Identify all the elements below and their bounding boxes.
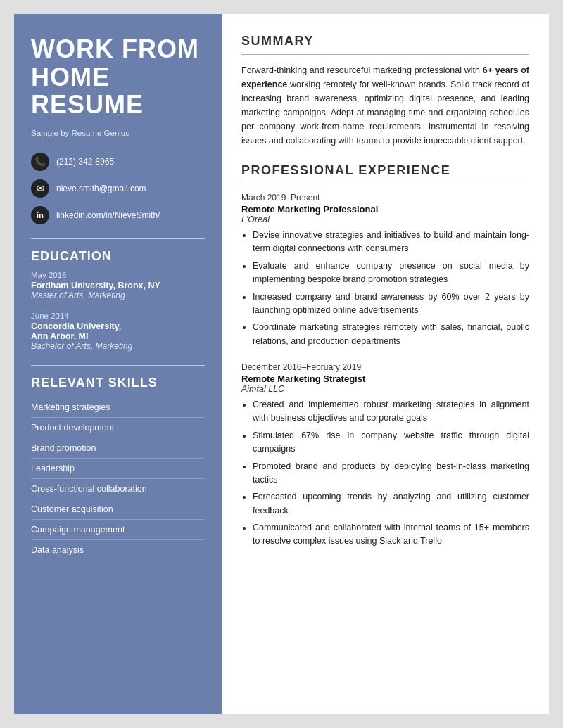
bullet-1-2: Evaluate and enhance company presence on… xyxy=(253,260,529,287)
resume-subtitle: Sample by Resume Genius xyxy=(31,129,205,137)
skills-divider xyxy=(31,365,205,366)
job-bullets-1: Devise innovative strategies and initiat… xyxy=(241,229,529,348)
phone-icon: 📞 xyxy=(31,153,49,171)
skill-1: Marketing strategies xyxy=(31,397,205,418)
skills-list: Marketing strategies Product development… xyxy=(31,397,205,560)
education-title: EDUCATION xyxy=(31,249,205,264)
bullet-1-3: Increased company and brand awareness by… xyxy=(253,290,529,318)
contact-email: ✉ nieve.smith@gmail.com xyxy=(31,179,205,198)
skill-3: Brand promotion xyxy=(31,438,205,459)
job-date-1: March 2019–Present xyxy=(241,193,529,203)
bullet-1-4: Coordinate marketing strategies remotely… xyxy=(253,321,529,348)
resume-title: WORK FROMHOMERESUME xyxy=(31,35,205,119)
bullet-2-1: Created and implemented robust marketing… xyxy=(253,398,529,426)
bullet-2-5: Communicated and collaborated with inter… xyxy=(253,521,529,549)
education-divider xyxy=(31,238,205,239)
experience-heading: PROFESSIONAL EXPERIENCE xyxy=(241,163,529,178)
resume-container: WORK FROMHOMERESUME Sample by Resume Gen… xyxy=(14,14,549,714)
edu-degree-2: Bachelor of Arts, Marketing xyxy=(31,341,205,351)
contact-linkedin: in linkedin.com/in/NieveSmith/ xyxy=(31,206,205,224)
education-entry-2: June 2014 Concordia University,Ann Arbor… xyxy=(31,312,205,351)
education-entry-1: May 2016 Fordham University, Bronx, NY M… xyxy=(31,271,205,300)
sidebar: WORK FROMHOMERESUME Sample by Resume Gen… xyxy=(14,14,222,714)
skills-title: RELEVANT SKILLS xyxy=(31,376,205,390)
contact-phone: 📞 (212) 342-8965 xyxy=(31,153,205,171)
edu-degree-1: Master of Arts, Marketing xyxy=(31,290,205,300)
skill-8: Data analysis xyxy=(31,540,205,560)
skill-6: Customer acquisition xyxy=(31,499,205,520)
edu-date-1: May 2016 xyxy=(31,271,205,279)
job-entry-1: March 2019–Present Remote Marketing Prof… xyxy=(241,193,529,348)
skill-5: Cross-functional collaboration xyxy=(31,479,205,499)
linkedin-icon: in xyxy=(31,206,49,224)
edu-date-2: June 2014 xyxy=(31,312,205,320)
skill-4: Leadership xyxy=(31,459,205,479)
bullet-2-4: Forecasted upcoming trends by analyzing … xyxy=(253,490,529,518)
bullet-2-2: Stimulated 67% rise in company website t… xyxy=(253,429,529,456)
bullet-1-1: Devise innovative strategies and initiat… xyxy=(253,229,529,256)
bullet-2-3: Promoted brand and products by deploying… xyxy=(253,460,529,487)
skill-2: Product development xyxy=(31,418,205,438)
job-company-2: Aimtal LLC xyxy=(241,384,529,394)
linkedin-url: linkedin.com/in/NieveSmith/ xyxy=(56,210,160,220)
job-entry-2: December 2016–February 2019 Remote Marke… xyxy=(241,362,529,549)
summary-divider xyxy=(241,54,529,55)
experience-divider xyxy=(241,184,529,184)
edu-school-2: Concordia University,Ann Arbor, MI xyxy=(31,321,205,341)
main-content: SUMMARY Forward-thinking and resourceful… xyxy=(222,14,549,714)
edu-school-1: Fordham University, Bronx, NY xyxy=(31,281,205,290)
skill-7: Campaign management xyxy=(31,520,205,540)
job-title-1: Remote Marketing Professional xyxy=(241,204,529,215)
job-date-2: December 2016–February 2019 xyxy=(241,362,529,372)
job-title-2: Remote Marketing Strategist xyxy=(241,373,529,384)
phone-number: (212) 342-8965 xyxy=(56,157,114,167)
job-company-1: L'Oreal xyxy=(241,215,529,224)
job-bullets-2: Created and implemented robust marketing… xyxy=(241,398,529,549)
email-address: nieve.smith@gmail.com xyxy=(56,184,146,193)
summary-paragraph: Forward-thinking and resourceful marketi… xyxy=(241,63,529,148)
summary-heading: SUMMARY xyxy=(241,34,529,49)
email-icon: ✉ xyxy=(31,179,49,198)
